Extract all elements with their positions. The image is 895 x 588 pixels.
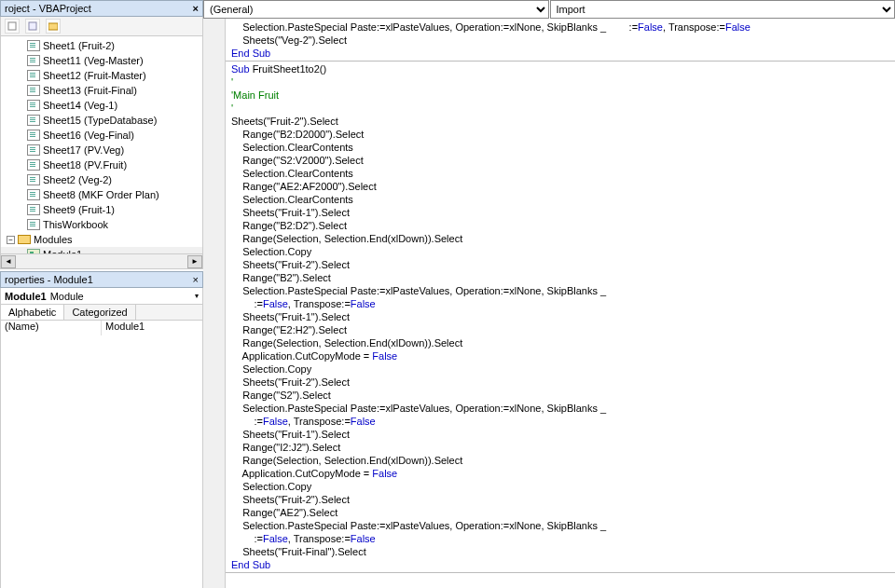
close-icon[interactable]: ×: [193, 3, 199, 14]
chevron-down-icon: ▾: [195, 292, 199, 300]
tree-item-sheet[interactable]: Sheet9 (Fruit-1): [1, 202, 202, 217]
tree-item-module[interactable]: Module1: [1, 247, 202, 254]
left-pane: roject - VBAProject × Sheet1 (Fruit-2)Sh…: [0, 0, 203, 588]
sheet-icon: [27, 130, 40, 141]
module-icon: [27, 249, 40, 254]
tree-item-sheet[interactable]: Sheet18 (PV.Fruit): [1, 157, 202, 172]
project-toolbar: [0, 17, 203, 36]
tree-item-sheet[interactable]: Sheet14 (Veg-1): [1, 98, 202, 113]
tree-item-label: Sheet17 (PV.Veg): [43, 144, 124, 156]
tree-item-label: Sheet15 (TypeDatabase): [43, 115, 157, 126]
tree-item-label: Sheet2 (Veg-2): [43, 174, 112, 185]
code-pane: (General) Import Selection.PasteSpecial …: [203, 0, 895, 588]
code-margin[interactable]: [203, 19, 226, 588]
property-value[interactable]: Module1: [102, 321, 202, 335]
properties-tabs: Alphabetic Categorized: [0, 305, 203, 321]
svg-rect-1: [29, 22, 36, 30]
sheet-icon: [27, 40, 40, 51]
code-editor[interactable]: Selection.PasteSpecial Paste:=xlPasteVal…: [226, 19, 895, 588]
tree-item-sheet[interactable]: Sheet11 (Veg-Master): [1, 53, 202, 68]
object-name: Module1: [5, 291, 47, 302]
scroll-right-icon[interactable]: ►: [187, 255, 202, 268]
sheet-icon: [27, 219, 40, 230]
tree-folder-modules[interactable]: −Modules: [1, 232, 202, 247]
tree-item-label: Module1: [43, 249, 82, 254]
sheet-icon: [27, 115, 40, 126]
property-key: (Name): [1, 321, 102, 335]
tree-item-label: Sheet11 (Veg-Master): [43, 55, 144, 66]
folder-icon: [18, 234, 31, 245]
tree-item-label: Modules: [34, 234, 73, 245]
tree-item-label: Sheet14 (Veg-1): [43, 100, 117, 111]
tree-item-sheet[interactable]: Sheet1 (Fruit-2): [1, 38, 202, 53]
properties-grid[interactable]: (Name) Module1: [0, 321, 203, 588]
tree-item-sheet[interactable]: Sheet16 (Veg-Final): [1, 128, 202, 143]
close-icon[interactable]: ×: [193, 274, 199, 285]
tree-item-label: Sheet8 (MKF Order Plan): [43, 189, 159, 200]
code-dropdowns: (General) Import: [203, 0, 895, 20]
svg-rect-0: [8, 22, 16, 30]
tree-item-sheet[interactable]: Sheet2 (Veg-2): [1, 172, 202, 187]
tree-item-label: Sheet13 (Fruit-Final): [43, 85, 137, 96]
property-row[interactable]: (Name) Module1: [1, 321, 202, 335]
object-type: Module: [50, 291, 84, 302]
sheet-icon: [27, 55, 40, 66]
properties-label: roperties - Module1: [5, 274, 93, 285]
tree-item-label: Sheet16 (Veg-Final): [43, 130, 134, 141]
tree-item-sheet[interactable]: ThisWorkbook: [1, 217, 202, 232]
sheet-icon: [27, 85, 40, 96]
tree-item-sheet[interactable]: Sheet8 (MKF Order Plan): [1, 187, 202, 202]
properties-object-select[interactable]: Module1 Module ▾: [0, 288, 203, 305]
tree-item-label: Sheet1 (Fruit-2): [43, 40, 115, 51]
object-dropdown[interactable]: (General): [203, 0, 549, 19]
tree-item-label: Sheet18 (PV.Fruit): [43, 159, 127, 171]
scroll-left-icon[interactable]: ◄: [1, 255, 16, 268]
view-object-button[interactable]: [25, 19, 40, 34]
tree-item-sheet[interactable]: Sheet17 (PV.Veg): [1, 143, 202, 157]
tree-hscroll[interactable]: ◄ ►: [0, 254, 203, 269]
tree-item-label: Sheet9 (Fruit-1): [43, 204, 115, 215]
project-explorer-label: roject - VBAProject: [5, 3, 91, 14]
tab-alphabetic[interactable]: Alphabetic: [1, 305, 64, 320]
tree-item-sheet[interactable]: Sheet13 (Fruit-Final): [1, 83, 202, 98]
collapse-icon[interactable]: −: [7, 236, 15, 244]
sheet-icon: [27, 70, 40, 81]
sheet-icon: [27, 174, 40, 185]
sheet-icon: [27, 144, 40, 156]
view-code-button[interactable]: [5, 19, 20, 34]
tree-item-sheet[interactable]: Sheet15 (TypeDatabase): [1, 113, 202, 128]
tree-item-label: ThisWorkbook: [43, 219, 108, 230]
sheet-icon: [27, 159, 40, 171]
project-tree[interactable]: Sheet1 (Fruit-2)Sheet11 (Veg-Master)Shee…: [0, 36, 203, 254]
project-explorer-title[interactable]: roject - VBAProject ×: [0, 0, 203, 17]
tree-item-label: Sheet12 (Fruit-Master): [43, 70, 146, 81]
sheet-icon: [27, 204, 40, 215]
svg-rect-2: [48, 23, 58, 30]
tree-item-sheet[interactable]: Sheet12 (Fruit-Master): [1, 68, 202, 83]
procedure-dropdown[interactable]: Import: [550, 0, 896, 19]
sheet-icon: [27, 189, 40, 200]
sheet-icon: [27, 100, 40, 111]
properties-title[interactable]: roperties - Module1 ×: [0, 271, 203, 288]
toggle-folders-button[interactable]: [46, 19, 61, 34]
tab-categorized[interactable]: Categorized: [64, 305, 135, 320]
